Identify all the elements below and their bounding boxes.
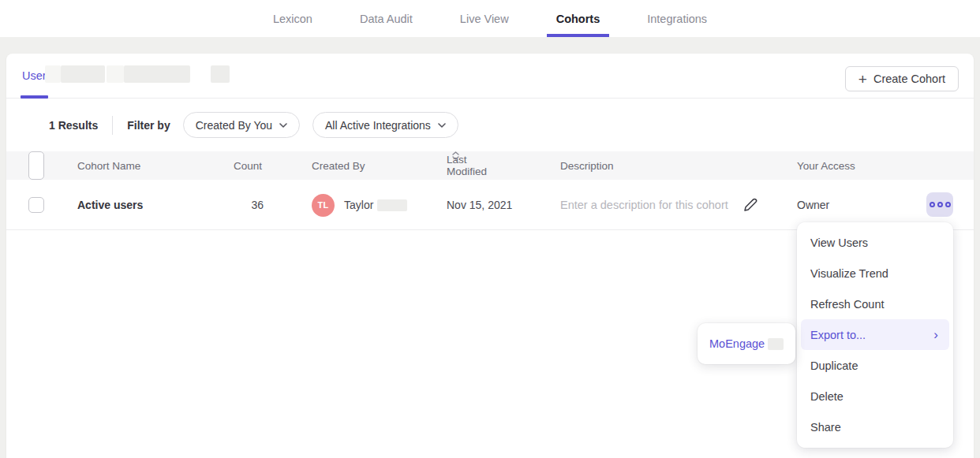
cohort-name[interactable]: Active users: [77, 199, 143, 211]
nav-tab-cohorts[interactable]: Cohorts: [547, 0, 610, 37]
kebab-dot: [945, 202, 951, 207]
menu-item-duplicate[interactable]: Duplicate: [801, 350, 949, 381]
header-your-access: Your Access: [797, 151, 855, 180]
integrations-dropdown-value: All Active Integrations: [325, 119, 431, 132]
header-description: Description: [560, 151, 614, 180]
results-count: 1 Results: [49, 119, 98, 132]
edit-pencil-icon[interactable]: [742, 198, 757, 213]
created-by-dropdown-value: Created By You: [196, 119, 272, 132]
top-bar: Lexicon Data Audit Live View Cohorts Int…: [0, 0, 980, 37]
redacted-text: [768, 338, 784, 350]
kebab-dot: [937, 202, 943, 207]
top-nav: Lexicon Data Audit Live View Cohorts Int…: [0, 0, 980, 37]
redacted-text: [107, 65, 124, 83]
header-cohort-name: Cohort Name: [77, 151, 140, 180]
plus-icon: +: [858, 72, 867, 87]
redacted-text: [45, 65, 61, 83]
header-count: Count: [234, 151, 262, 180]
nav-tab-data-audit[interactable]: Data Audit: [350, 0, 422, 37]
menu-item-export-to[interactable]: Export to... ›: [801, 319, 949, 350]
sort-icon[interactable]: [452, 151, 459, 180]
create-cohort-button[interactable]: + Create Cohort: [845, 66, 959, 91]
create-cohort-label: Create Cohort: [873, 73, 945, 85]
menu-item-share[interactable]: Share: [801, 411, 949, 442]
menu-item-view-users[interactable]: View Users: [801, 227, 949, 258]
chevron-right-icon: ›: [933, 328, 938, 341]
avatar: TL: [312, 194, 335, 217]
description-placeholder[interactable]: Enter a description for this cohort: [560, 199, 728, 211]
nav-tab-live-view[interactable]: Live View: [451, 0, 518, 37]
export-submenu-item-moengage[interactable]: MoEngage: [698, 323, 795, 364]
select-all-checkbox[interactable]: [28, 151, 44, 180]
row-checkbox[interactable]: [28, 197, 44, 213]
redacted-text: [124, 65, 190, 83]
created-by-name: Taylor: [344, 199, 373, 211]
created-by-dropdown[interactable]: Created By You: [183, 112, 300, 138]
row-actions-kebab-button[interactable]: [926, 192, 953, 217]
kebab-dot: [930, 202, 935, 207]
chevron-down-icon: [438, 123, 446, 128]
menu-item-delete[interactable]: Delete: [801, 381, 949, 411]
header-created-by: Created By: [312, 151, 365, 180]
row-actions-menu: View Users Visualize Trend Refresh Count…: [797, 222, 953, 448]
last-modified-date: Nov 15, 2021: [447, 199, 512, 211]
divider: [112, 116, 113, 135]
chevron-down-icon: [279, 123, 287, 128]
menu-item-visualize-trend[interactable]: Visualize Trend: [801, 258, 949, 289]
cohort-type-tabs: User + Create Cohort: [6, 54, 974, 99]
redacted-text: [61, 65, 105, 83]
redacted-text: [211, 65, 230, 83]
redacted-text: [377, 199, 407, 211]
integrations-dropdown[interactable]: All Active Integrations: [312, 112, 458, 138]
table-header: Cohort Name Count Created By Last Modifi…: [6, 151, 974, 180]
cohort-count: 36: [251, 199, 264, 211]
menu-item-refresh-count[interactable]: Refresh Count: [801, 289, 949, 319]
nav-tab-integrations[interactable]: Integrations: [638, 0, 716, 37]
nav-tab-lexicon[interactable]: Lexicon: [264, 0, 322, 37]
filter-by-label: Filter by: [127, 119, 170, 132]
access-level: Owner: [797, 199, 829, 211]
filter-bar: 1 Results Filter by Created By You All A…: [6, 99, 974, 151]
redacted-tabs: [45, 65, 230, 83]
